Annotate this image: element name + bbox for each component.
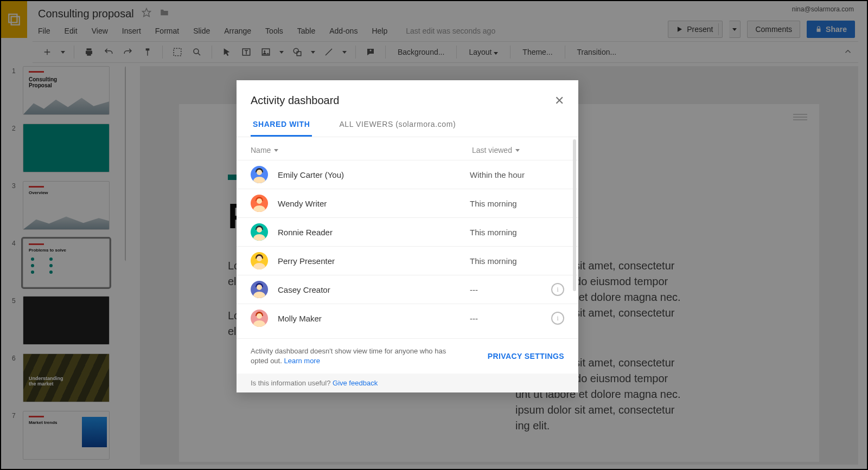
viewer-row[interactable]: Perry PresenterThis morning	[237, 246, 578, 275]
feedback-prompt: Is this information useful?	[251, 379, 333, 387]
avatar	[251, 195, 268, 212]
activity-dashboard-dialog: Activity dashboard ✕ SHARED WITH ALL VIE…	[237, 80, 578, 392]
dialog-body: Name Last viewed Emily Carter (You)Withi…	[237, 137, 578, 338]
opt-out-note: Activity dashboard doesn't show view tim…	[251, 346, 457, 366]
close-icon[interactable]: ✕	[554, 95, 564, 107]
app-window: Consulting proposal nina@solarmora.com F…	[0, 0, 868, 470]
viewer-row[interactable]: Wendy WriterThis morning	[237, 189, 578, 217]
viewer-row[interactable]: Emily Carter (You)Within the hour	[237, 160, 578, 189]
viewer-row[interactable]: Casey Creator---i	[237, 275, 578, 304]
viewer-name: Perry Presenter	[278, 256, 470, 266]
viewer-last-viewed: ---	[470, 285, 551, 294]
viewer-last-viewed: Within the hour	[470, 170, 551, 179]
tab-all-viewers[interactable]: ALL VIEWERS (solarmora.com)	[337, 114, 458, 137]
info-icon[interactable]: i	[551, 283, 564, 296]
column-name[interactable]: Name	[251, 146, 472, 154]
dialog-title: Activity dashboard	[251, 94, 339, 107]
dialog-footer: Is this information useful? Give feedbac…	[237, 374, 578, 392]
avatar	[251, 166, 268, 183]
privacy-settings-button[interactable]: PRIVACY SETTINGS	[488, 352, 564, 360]
viewer-name: Molly Maker	[278, 314, 470, 323]
viewer-row[interactable]: Molly Maker---i	[237, 304, 578, 332]
viewer-name: Ronnie Reader	[278, 228, 470, 237]
viewer-name: Casey Creator	[278, 285, 470, 294]
column-last-viewed[interactable]: Last viewed	[472, 146, 564, 154]
scrollbar[interactable]	[573, 139, 576, 291]
avatar	[251, 252, 268, 269]
learn-more-link[interactable]: Learn more	[284, 357, 320, 365]
viewer-row[interactable]: Ronnie ReaderThis morning	[237, 217, 578, 246]
info-icon[interactable]: i	[551, 312, 564, 325]
avatar	[251, 281, 268, 298]
tab-shared-with[interactable]: SHARED WITH	[251, 114, 312, 137]
dialog-tabs: SHARED WITH ALL VIEWERS (solarmora.com)	[237, 114, 578, 137]
viewer-last-viewed: This morning	[470, 228, 551, 237]
sort-caret-icon	[274, 149, 278, 152]
viewer-last-viewed: ---	[470, 314, 551, 323]
viewer-last-viewed: This morning	[470, 199, 551, 208]
sort-caret-icon	[515, 149, 520, 152]
viewer-name: Emily Carter (You)	[278, 170, 470, 179]
viewer-last-viewed: This morning	[470, 256, 551, 266]
avatar	[251, 223, 268, 241]
give-feedback-link[interactable]: Give feedback	[333, 379, 378, 387]
viewer-name: Wendy Writer	[278, 199, 470, 208]
avatar	[251, 310, 268, 327]
